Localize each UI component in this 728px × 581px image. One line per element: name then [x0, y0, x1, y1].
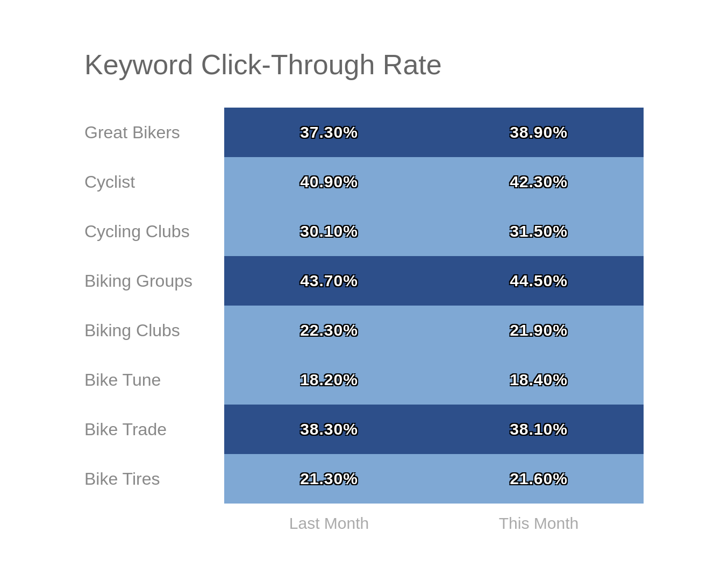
table-row: 40.90%42.30% [224, 157, 644, 207]
cell-last-month: 38.30% [224, 405, 434, 454]
table-row: 38.30%38.10% [224, 405, 644, 454]
keyword-label: Bike Tires [84, 454, 208, 504]
table-row: 21.30%21.60% [224, 454, 644, 504]
keyword-label: Biking Groups [84, 256, 208, 306]
keyword-label: Cycling Clubs [84, 207, 208, 256]
cell-last-month: 22.30% [224, 306, 434, 355]
cell-this-month: 38.90% [434, 108, 644, 157]
cell-last-month: 43.70% [224, 256, 434, 306]
footer-this-month: This Month [434, 514, 644, 533]
keyword-labels: Great BikersCyclistCycling ClubsBiking G… [84, 108, 224, 504]
data-grid: 37.30%38.90%40.90%42.30%30.10%31.50%43.7… [224, 108, 644, 504]
keyword-label: Bike Tune [84, 355, 208, 405]
cell-last-month: 30.10% [224, 207, 434, 256]
chart-body: Great BikersCyclistCycling ClubsBiking G… [84, 108, 644, 504]
cell-this-month: 44.50% [434, 256, 644, 306]
cell-this-month: 31.50% [434, 207, 644, 256]
cell-last-month: 37.30% [224, 108, 434, 157]
table-row: 30.10%31.50% [224, 207, 644, 256]
keyword-label: Bike Trade [84, 405, 208, 454]
table-row: 43.70%44.50% [224, 256, 644, 306]
cell-last-month: 21.30% [224, 454, 434, 504]
page-container: Keyword Click-Through Rate Great BikersC… [41, 16, 687, 565]
cell-this-month: 42.30% [434, 157, 644, 207]
table-row: 22.30%21.90% [224, 306, 644, 355]
table-row: 18.20%18.40% [224, 355, 644, 405]
footer-labels: Last Month This Month [84, 514, 644, 533]
cell-this-month: 38.10% [434, 405, 644, 454]
chart-title: Keyword Click-Through Rate [84, 48, 644, 81]
keyword-label: Great Bikers [84, 108, 208, 157]
keyword-label: Cyclist [84, 157, 208, 207]
cell-last-month: 18.20% [224, 355, 434, 405]
cell-this-month: 18.40% [434, 355, 644, 405]
keyword-label: Biking Clubs [84, 306, 208, 355]
cell-this-month: 21.60% [434, 454, 644, 504]
cell-this-month: 21.90% [434, 306, 644, 355]
cell-last-month: 40.90% [224, 157, 434, 207]
footer-last-month: Last Month [224, 514, 434, 533]
table-row: 37.30%38.90% [224, 108, 644, 157]
